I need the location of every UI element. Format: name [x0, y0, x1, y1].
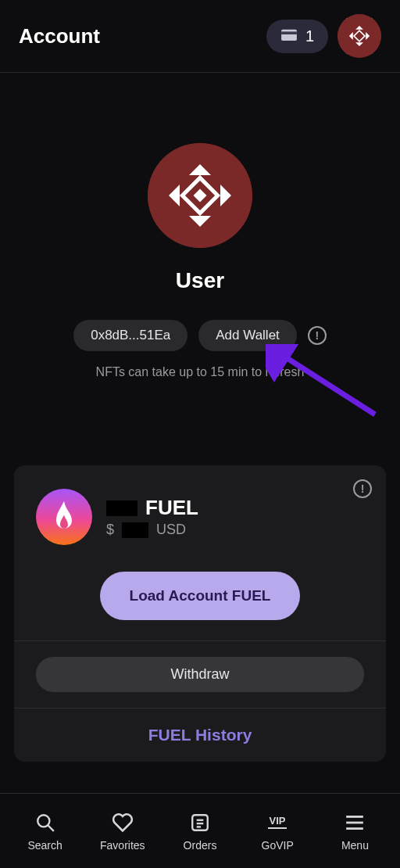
svg-marker-19	[148, 143, 170, 152]
withdraw-section: Withdraw	[14, 641, 386, 708]
fuel-badge-icon	[36, 489, 92, 545]
svg-marker-10	[338, 53, 347, 58]
page-title: Account	[19, 24, 100, 48]
bottom-nav: Search Favorites Orders VIP GoVIP	[0, 793, 400, 868]
svg-rect-1	[281, 31, 297, 34]
wallet-address-chip[interactable]: 0x8dB...51Ea	[73, 320, 188, 351]
search-icon	[35, 811, 55, 834]
nav-label: Favorites	[100, 839, 145, 852]
orders-icon	[190, 811, 210, 834]
redacted-amount	[106, 500, 138, 516]
card-info-icon[interactable]: !	[353, 479, 372, 498]
nav-govip[interactable]: VIP GoVIP	[239, 811, 316, 852]
nav-label: Menu	[341, 839, 369, 852]
svg-line-26	[48, 825, 54, 831]
currency-suffix: USD	[156, 522, 186, 538]
avatar-large[interactable]	[148, 143, 252, 248]
load-fuel-button[interactable]: Load Account FUEL	[100, 572, 301, 620]
redacted-usd	[122, 522, 148, 538]
wallet-row: 0x8dB...51Ea Add Wallet !	[73, 320, 327, 351]
nav-label: Search	[27, 839, 62, 852]
avatar-small[interactable]	[338, 14, 381, 58]
svg-point-2	[338, 14, 381, 58]
nav-favorites[interactable]: Favorites	[84, 811, 161, 852]
svg-rect-0	[281, 29, 297, 40]
vip-icon: VIP	[263, 811, 291, 834]
svg-point-25	[38, 815, 49, 827]
fuel-text: FUEL $ USD	[106, 496, 198, 538]
withdraw-button[interactable]: Withdraw	[36, 657, 364, 692]
wallet-count-pill[interactable]: 1	[266, 20, 328, 53]
profile-section: User 0x8dB...51Ea Add Wallet ! NFTs can …	[0, 73, 400, 379]
nav-orders[interactable]: Orders	[161, 811, 238, 852]
refresh-note: NFTs can take up to 15 min to refresh	[96, 365, 305, 379]
fuel-balance-row: FUEL $ USD	[14, 465, 386, 558]
svg-marker-11	[372, 53, 381, 58]
history-section: FUEL History	[14, 708, 386, 762]
wallet-count: 1	[305, 27, 314, 45]
fuel-usd-line: $ USD	[106, 522, 198, 538]
fuel-history-link[interactable]: FUEL History	[148, 726, 252, 744]
fuel-card: ! FUEL $ USD Load Account FUEL Withdraw …	[14, 465, 386, 762]
fuel-amount-line: FUEL	[106, 496, 198, 520]
nav-search[interactable]: Search	[6, 811, 84, 852]
info-icon[interactable]: !	[308, 326, 327, 345]
app-header: Account 1	[0, 0, 400, 73]
menu-icon	[345, 811, 365, 834]
svg-marker-20	[230, 143, 252, 152]
svg-marker-9	[372, 14, 381, 19]
nav-menu[interactable]: Menu	[316, 811, 394, 852]
nav-label: Orders	[184, 839, 217, 852]
svg-marker-8	[338, 14, 347, 19]
heart-icon	[112, 811, 134, 834]
nav-label: GoVIP	[262, 839, 294, 852]
svg-marker-21	[148, 239, 170, 248]
add-wallet-button[interactable]: Add Wallet	[198, 320, 297, 351]
svg-marker-22	[230, 239, 252, 248]
username: User	[176, 268, 224, 293]
fuel-label: FUEL	[145, 496, 198, 520]
svg-text:VIP: VIP	[270, 815, 286, 827]
currency-prefix: $	[106, 522, 114, 538]
header-right: 1	[266, 14, 381, 58]
wallet-icon	[280, 27, 298, 45]
